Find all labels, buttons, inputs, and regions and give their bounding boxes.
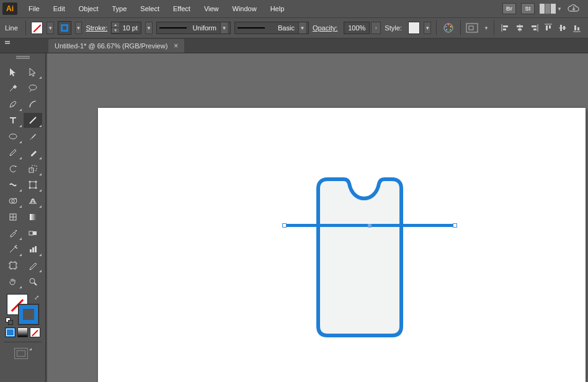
ellipse-tool[interactable]	[4, 129, 22, 144]
eyedropper-tool[interactable]	[4, 226, 22, 241]
svg-rect-30	[30, 182, 36, 188]
column-graph-tool[interactable]	[24, 242, 42, 257]
rotate-tool[interactable]	[4, 161, 22, 176]
stock-button[interactable]: St	[521, 3, 535, 14]
stroke-panel-link[interactable]: Stroke:	[86, 24, 107, 32]
document-tab-title: Untitled-1* @ 66.67% (RGB/Preview)	[55, 42, 167, 50]
pencil-tool[interactable]	[4, 145, 22, 160]
opacity-panel-link[interactable]: Opacity:	[313, 24, 337, 32]
blend-tool[interactable]	[24, 226, 42, 241]
sync-settings-button[interactable]	[567, 4, 581, 14]
mesh-tool[interactable]	[4, 210, 22, 224]
symbol-sprayer-tool[interactable]	[4, 242, 22, 257]
default-fill-stroke-button[interactable]	[6, 318, 13, 325]
magic-wand-tool[interactable]	[4, 81, 22, 96]
menu-effect[interactable]: Effect	[167, 0, 197, 17]
lasso-tool[interactable]	[24, 81, 42, 96]
stroke-weight-value: 10 pt	[119, 24, 141, 32]
brush-definition-dropdown[interactable]: Basic ▼	[234, 22, 309, 34]
menu-edit[interactable]: Edit	[47, 0, 71, 17]
shape-builder-tool[interactable]	[4, 193, 22, 208]
step-up-icon[interactable]: ▲	[112, 22, 119, 28]
bridge-button[interactable]: Br	[502, 3, 516, 14]
opacity-field[interactable]: 100%	[344, 22, 370, 34]
svg-point-42	[16, 247, 17, 249]
svg-rect-6	[466, 24, 478, 32]
svg-rect-47	[10, 262, 16, 269]
menu-object[interactable]: Object	[73, 0, 105, 17]
menu-view[interactable]: View	[198, 0, 225, 17]
svg-point-27	[9, 134, 17, 139]
document-tab[interactable]: Untitled-1* @ 66.67% (RGB/Preview) ×	[48, 39, 184, 53]
zoom-tool[interactable]	[24, 274, 42, 289]
workspace[interactable]	[47, 53, 588, 382]
color-mode-none[interactable]	[30, 327, 40, 337]
menu-select[interactable]: Select	[134, 0, 166, 17]
opacity-dropdown[interactable]: ›	[371, 22, 381, 34]
fill-swatch[interactable]	[31, 22, 43, 34]
menu-type[interactable]: Type	[106, 0, 133, 17]
selection-handle-left[interactable]	[282, 223, 287, 228]
fill-dropdown[interactable]: ▼	[47, 22, 54, 34]
artboard[interactable]	[98, 108, 586, 382]
svg-rect-44	[30, 249, 32, 252]
arrange-documents-button[interactable]: ▼	[540, 4, 562, 14]
align-hcenter-button[interactable]	[514, 22, 526, 34]
color-mode-solid[interactable]	[5, 327, 16, 337]
align-top-button[interactable]	[542, 22, 555, 34]
svg-line-26	[30, 117, 36, 123]
align-vcenter-button[interactable]	[556, 22, 569, 34]
selection-handle-right[interactable]	[453, 223, 457, 228]
stroke-dropdown[interactable]: ▼	[75, 22, 82, 34]
selection-center-point[interactable]	[368, 224, 372, 228]
free-transform-tool[interactable]	[24, 177, 42, 192]
selected-line-object[interactable]	[282, 223, 457, 228]
stroke-indicator[interactable]	[18, 304, 39, 325]
stroke-weight-field[interactable]: ▲▼ 10 pt	[111, 22, 141, 34]
svg-point-33	[29, 187, 31, 189]
graphic-style-swatch[interactable]	[408, 22, 421, 34]
artboard-tool[interactable]	[4, 258, 22, 273]
svg-rect-19	[549, 25, 551, 29]
variable-width-profile-dropdown[interactable]: Uniform ▼	[156, 22, 231, 34]
pen-tool[interactable]	[4, 97, 22, 112]
screen-mode-icon	[14, 348, 28, 359]
screen-mode-button[interactable]	[0, 344, 45, 363]
menu-file[interactable]: File	[22, 0, 46, 17]
close-tab-button[interactable]: ×	[174, 42, 178, 50]
menu-help[interactable]: Help	[264, 0, 291, 17]
svg-point-41	[15, 246, 16, 247]
direct-selection-tool[interactable]	[24, 64, 42, 79]
align-right-button[interactable]	[528, 22, 540, 34]
phone-outline-shape[interactable]	[316, 177, 403, 337]
paintbrush-tool[interactable]	[24, 129, 42, 144]
curvature-tool[interactable]	[24, 97, 42, 112]
swap-fill-stroke-button[interactable]: ⤢	[34, 294, 39, 301]
menu-window[interactable]: Window	[226, 0, 263, 17]
chevron-down-icon: ▼	[557, 6, 562, 12]
align-bottom-button[interactable]	[571, 22, 583, 34]
graphic-style-dropdown[interactable]: ▼	[424, 22, 431, 34]
stroke-weight-dropdown[interactable]: ▼	[145, 22, 153, 34]
align-to-button[interactable]	[466, 21, 479, 35]
stroke-swatch[interactable]	[58, 21, 71, 35]
fill-stroke-indicator[interactable]: ⤢	[4, 293, 42, 325]
step-down-icon[interactable]: ▼	[112, 28, 119, 33]
perspective-grid-tool[interactable]	[24, 193, 42, 208]
width-tool[interactable]	[4, 177, 22, 192]
scale-tool[interactable]	[24, 161, 42, 176]
gradient-tool[interactable]	[24, 210, 42, 224]
slice-tool[interactable]	[24, 258, 42, 273]
line-segment-tool[interactable]	[24, 113, 42, 128]
hand-tool[interactable]	[4, 274, 22, 289]
svg-rect-25	[577, 27, 579, 30]
panel-grip[interactable]	[0, 53, 45, 60]
align-left-button[interactable]	[499, 22, 512, 34]
eraser-tool[interactable]	[24, 145, 42, 160]
type-tool[interactable]	[4, 113, 22, 128]
color-mode-gradient[interactable]	[17, 327, 28, 337]
profile-sample-icon	[159, 27, 187, 29]
selection-tool[interactable]	[4, 64, 22, 79]
recolor-artwork-button[interactable]	[442, 21, 455, 35]
app-logo: Ai	[2, 2, 17, 15]
